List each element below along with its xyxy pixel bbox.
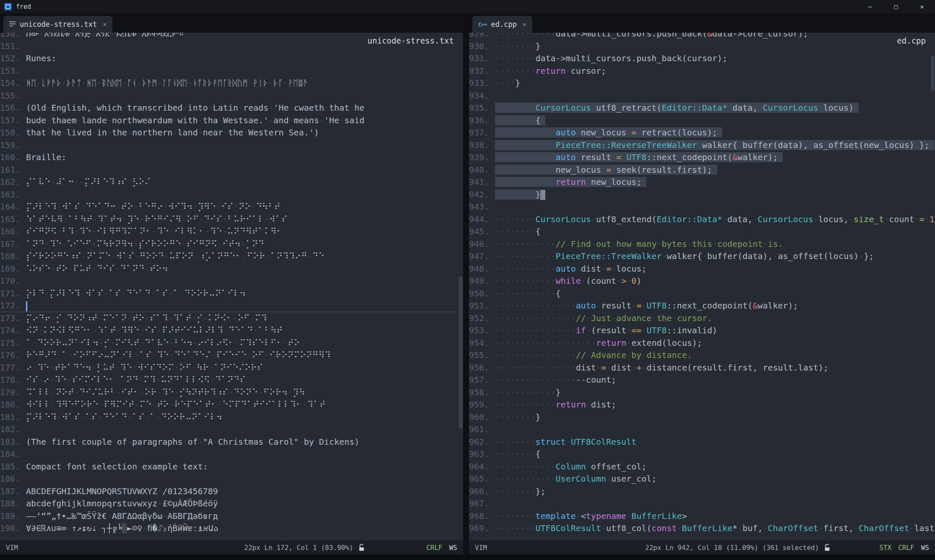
line-content[interactable]: ∀∂∈ℝ∧∪≡∞·↑↗↨↻⇣·┐┼╔╘░►☺♀·ﬁ�⑀₂ἠḂӥẄɐː⍎אԱა bbox=[26, 522, 463, 535]
code-line[interactable]: 177.⠔·⠹⠑·⠞⠗⠁⠙⠑⠲·⡃⠥⠞·⠹⠑·⠺⠊⠎⠙⠕⠍·⠕⠋·⠳⠗·⠁⠝⠊⠑… bbox=[0, 362, 463, 374]
line-content[interactable]: ⠪⠝·⠅⠝⠪⠇⠫⠛⠑⠂·⠱⠁⠞·⠹⠻⠑·⠊⠎·⠏⠜⠞⠊⠊⠥⠇⠜⠇⠹·⠙⠑⠁⠙·⠁… bbox=[26, 324, 463, 337]
code-line[interactable]: 959.············return·dist; bbox=[469, 399, 935, 411]
code-line[interactable]: 945.········{ bbox=[469, 226, 935, 238]
code-line[interactable]: 952.················//·Just·advance·the·… bbox=[469, 312, 935, 325]
line-content[interactable]: ⠁⠝⠙·⠹⠑·⠡⠊⠑⠋·⠍⠳⠗⠝⠻⠲·⡎⠊⠗⠕⠕⠛⠑·⠎⠊⠛⠝⠫·⠊⠞⠲·⡁⠝⠙ bbox=[26, 238, 463, 251]
line-content[interactable]: ············data->multi_cursors.push_bac… bbox=[495, 33, 935, 40]
tab-unicode-stress[interactable]: unicode-stress.txt ✕ bbox=[3, 16, 112, 33]
code-line[interactable]: 940.············new_locus·=·seek(result.… bbox=[469, 164, 935, 176]
line-ending-indicator[interactable]: CRLF bbox=[898, 544, 914, 552]
line-content[interactable]: ABCDEFGHIJKLMNOPQRSTUVWXYZ·/0123456789 bbox=[26, 485, 463, 498]
line-content[interactable]: ················auto·result·=·UTF8::next… bbox=[495, 300, 935, 312]
line-content[interactable]: ········} bbox=[495, 411, 935, 424]
code-line[interactable]: 933.····} bbox=[469, 77, 935, 90]
encoding-indicator[interactable]: STX bbox=[879, 544, 891, 552]
line-content[interactable]: ············PieceTree::ReverseTreeWalker… bbox=[495, 139, 935, 152]
line-content[interactable]: ········{ bbox=[495, 114, 935, 127]
line-content[interactable]: ⡎⠊⠗⠕⠕⠛⠑⠰⠎·⠝⠁⠍⠑·⠺⠁⠎·⠛⠕⠕⠙·⠥⠏⠕⠝·⠰⡡⠁⠝⠛⠑⠂·⠋⠕⠗… bbox=[26, 250, 463, 263]
code-line[interactable]: 964.············Column·offset_col; bbox=[469, 461, 935, 473]
code-line[interactable]: 966.········}; bbox=[469, 485, 935, 498]
code-line[interactable]: 956.················dist·=·dist·+·distan… bbox=[469, 362, 935, 374]
line-content[interactable]: ········{ bbox=[495, 448, 935, 461]
line-content[interactable]: ⡕⠇⠙·⡍⠜⠇⠑⠹·⠺⠁⠎·⠁⠎·⠙⠑⠁⠙·⠁⠎·⠁·⠙⠕⠕⠗⠤⠝⠁⠊⠇⠲ bbox=[26, 288, 463, 300]
line-content[interactable]: ············auto·result·=·UTF8::next_cod… bbox=[495, 151, 935, 164]
code-line[interactable]: 948.············auto·dist·=·locus; bbox=[469, 263, 935, 275]
line-content[interactable]: ············auto·dist·=·locus; bbox=[495, 263, 935, 275]
right-scrollbar-thumb[interactable] bbox=[931, 55, 935, 91]
code-line[interactable]: 961. bbox=[469, 423, 935, 436]
code-line[interactable]: 955.················//·Advance·by·distan… bbox=[469, 349, 935, 362]
code-line[interactable]: 186. bbox=[0, 473, 463, 485]
line-content[interactable]: that·he·lived·in·the·northern·land·near·… bbox=[26, 127, 463, 139]
line-content[interactable]: ········CursorLocus·utf8_retract(Editor:… bbox=[495, 102, 935, 114]
line-content[interactable] bbox=[26, 448, 463, 461]
code-line[interactable]: 967. bbox=[469, 498, 935, 510]
code-line[interactable]: 168.⡎⠊⠗⠕⠕⠛⠑⠰⠎·⠝⠁⠍⠑·⠺⠁⠎·⠛⠕⠕⠙·⠥⠏⠕⠝·⠰⡡⠁⠝⠛⠑⠂… bbox=[0, 250, 463, 263]
line-content[interactable]: ················//·Just·advance·the·curs… bbox=[495, 312, 935, 325]
code-line[interactable]: 155. bbox=[0, 90, 463, 102]
code-line[interactable]: 163. bbox=[0, 189, 463, 201]
code-line[interactable]: 951.················auto·result·=·UTF8::… bbox=[469, 300, 935, 312]
code-line[interactable]: 172. bbox=[0, 300, 463, 312]
code-line[interactable]: 188.abcdefghijklmnopqrstuvwxyz·£©µÀÆÖÞßé… bbox=[0, 498, 463, 510]
line-content[interactable]: (Old·English,·which·transcribed·into·Lat… bbox=[26, 102, 463, 114]
line-content[interactable]: ············//·Find·out·how·many·bytes·t… bbox=[495, 238, 935, 251]
code-line[interactable]: 170. bbox=[0, 275, 463, 288]
whitespace-indicator[interactable]: WS bbox=[921, 544, 929, 552]
line-content[interactable]: ⡌⠁⠧⠑·⠼⠁⠒··⡍⠜⠇⠑⠹⠰⠎·⡣⠕⠌ bbox=[26, 176, 463, 189]
line-content[interactable]: ····················return·extend(locus)… bbox=[495, 337, 935, 350]
line-content[interactable]: bude·thaem·lande·northweardum·with·tha·W… bbox=[26, 114, 463, 127]
code-line[interactable]: 957.················--count; bbox=[469, 374, 935, 386]
line-content[interactable]: ········UTF8ColResult·utf8_col(const·Buf… bbox=[495, 522, 935, 535]
line-content[interactable] bbox=[26, 189, 463, 201]
line-content[interactable]: ········{ bbox=[495, 226, 935, 238]
line-content[interactable]: ········}; bbox=[495, 485, 935, 498]
right-scrollbar[interactable] bbox=[930, 33, 935, 540]
left-scrollbar-thumb[interactable] bbox=[459, 276, 463, 428]
tab-ed-cpp[interactable]: C++ ed.cpp ✕ bbox=[472, 16, 532, 33]
line-content[interactable]: ············{ bbox=[495, 288, 935, 300]
code-line[interactable]: 184. bbox=[0, 448, 463, 461]
line-content[interactable]: ············return·new_locus; bbox=[495, 176, 935, 189]
line-content[interactable]: ····} bbox=[495, 77, 935, 90]
code-line[interactable]: 958.············} bbox=[469, 386, 935, 399]
line-content[interactable] bbox=[495, 498, 935, 510]
code-line[interactable]: 929.············data->multi_cursors.push… bbox=[469, 33, 935, 40]
code-line[interactable]: 183.(The·first·couple·of·paragraphs·of·"… bbox=[0, 436, 463, 449]
line-content[interactable]: (The·first·couple·of·paragraphs·of·"A·Ch… bbox=[26, 436, 463, 449]
line-content[interactable]: ················//·Advance·by·distance. bbox=[495, 349, 935, 362]
line-content[interactable]: ⡍⠜⠇⠑⠹·⠺⠁⠎·⠙⠑⠁⠙⠒·⠞⠕·⠃⠑⠛⠔·⠺⠊⠹⠲·⡹⠻⠑·⠊⠎·⠝⠕·⠙… bbox=[26, 201, 463, 213]
line-content[interactable]: ⠺⠊⠇⠇·⠹⠻⠑⠋⠕⠗⠑·⠏⠻⠍⠊⠞·⠍⠑·⠞⠕·⠗⠑⠏⠑⠁⠞⠂·⠑⠍⠏⠙⠁⠞⠊… bbox=[26, 399, 463, 411]
code-line[interactable]: 173.⡍⠔⠙⠖·⡊·⠙⠕⠝⠰⠞·⠍⠑⠁⠝·⠞⠕·⠎⠁⠹·⠹⠁⠞·⡊·⠅⠝⠪⠂·… bbox=[0, 312, 463, 325]
code-line[interactable]: 154.ᚻᛖ·ᚳᚹᚫᚦ·ᚦᚫᛏ·ᚻᛖ·ᛒᚢᛞᛖ·ᚩᚾ·ᚦᚫᛗ·ᛚᚪᚾᛞᛖ·ᚾᚩᚱ… bbox=[0, 77, 463, 90]
line-content[interactable]: Compact·font·selection·example·text: bbox=[26, 461, 463, 473]
line-content[interactable]: ········data->multi_cursors.push_back(cu… bbox=[495, 52, 935, 65]
code-line[interactable]: 939.············auto·result·=·UTF8::next… bbox=[469, 151, 935, 164]
code-line[interactable]: 169.⠡⠕⠎⠑·⠞⠕·⠏⠥⠞·⠙⠊⠎·⠙⠁⠝⠙·⠞⠕⠲ bbox=[0, 263, 463, 275]
code-line[interactable]: 944.········CursorLocus·utf8_extend(Edit… bbox=[469, 213, 935, 226]
line-content[interactable]: ⠁·⠙⠕⠕⠗⠤⠝⠁⠊⠇⠲·⡊·⠍⠊⠣⠞·⠙⠁⠧⠑·⠃⠑⠲·⠔⠊⠇⠔⠫⠂·⠍⠹⠎⠑… bbox=[26, 337, 463, 350]
line-content[interactable]: ⡍⠜⠇⠑⠹·⠺⠁⠎·⠁⠎·⠙⠑⠁⠙·⠁⠎·⠁·⠙⠕⠕⠗⠤⠝⠁⠊⠇⠲ bbox=[26, 411, 463, 424]
line-content[interactable]: ············UserColumn·user_col; bbox=[495, 473, 935, 485]
line-content[interactable]: ⡍⠔⠙⠖·⡊·⠙⠕⠝⠰⠞·⠍⠑⠁⠝·⠞⠕·⠎⠁⠹·⠹⠁⠞·⡊·⠅⠝⠪⠂·⠕⠋·⠍… bbox=[26, 312, 463, 325]
line-content[interactable]: ⠱⠁⠞⠑⠧⠻·⠁⠃⠳⠞·⠹⠁⠞⠲·⡹⠑·⠗⠑⠛⠊⠌⠻·⠕⠋·⠙⠊⠎·⠃⠥⠗⠊⠁⠇… bbox=[26, 213, 463, 226]
code-line[interactable]: 938.············PieceTree::ReverseTreeWa… bbox=[469, 139, 935, 152]
pane-divider[interactable] bbox=[463, 13, 469, 555]
line-content[interactable] bbox=[26, 300, 463, 312]
code-line[interactable]: 932.········return·cursor; bbox=[469, 65, 935, 78]
line-content[interactable]: ················if·(result·==·UTF8::inva… bbox=[495, 324, 935, 337]
left-editor[interactable]: 150.ሰው·እንደቤቱ·እንጅ·እንደ·ጉረቤቱ·አይተዳደርም።151.15… bbox=[0, 33, 463, 540]
line-content[interactable]: ············} bbox=[495, 386, 935, 399]
code-line[interactable]: 953.················if·(result·==·UTF8::… bbox=[469, 324, 935, 337]
code-line[interactable]: 946.············//·Find·out·how·many·byt… bbox=[469, 238, 935, 251]
code-line[interactable]: 187.ABCDEFGHIJKLMNOPQRSTUVWXYZ·/01234567… bbox=[0, 485, 463, 498]
code-line[interactable]: 165.⠱⠁⠞⠑⠧⠻·⠁⠃⠳⠞·⠹⠁⠞⠲·⡹⠑·⠗⠑⠛⠊⠌⠻·⠕⠋·⠙⠊⠎·⠃⠥… bbox=[0, 213, 463, 226]
line-content[interactable] bbox=[26, 423, 463, 436]
code-line[interactable]: 963.········{ bbox=[469, 448, 935, 461]
line-content[interactable]: –—‘“”„†•…‰™œŠŸž€·ΑΒΓΔΩαβγδω·АБВГДабвгд bbox=[26, 510, 463, 523]
line-content[interactable]: ············auto·new_locus·=·retract(loc… bbox=[495, 127, 935, 139]
code-line[interactable]: 936.········{ bbox=[469, 114, 935, 127]
unlock-icon[interactable] bbox=[824, 544, 831, 552]
line-content[interactable]: ⠡⠕⠎⠑·⠞⠕·⠏⠥⠞·⠙⠊⠎·⠙⠁⠝⠙·⠞⠕⠲ bbox=[26, 263, 463, 275]
line-content[interactable]: ········template·<typename·BufferLike> bbox=[495, 510, 935, 523]
